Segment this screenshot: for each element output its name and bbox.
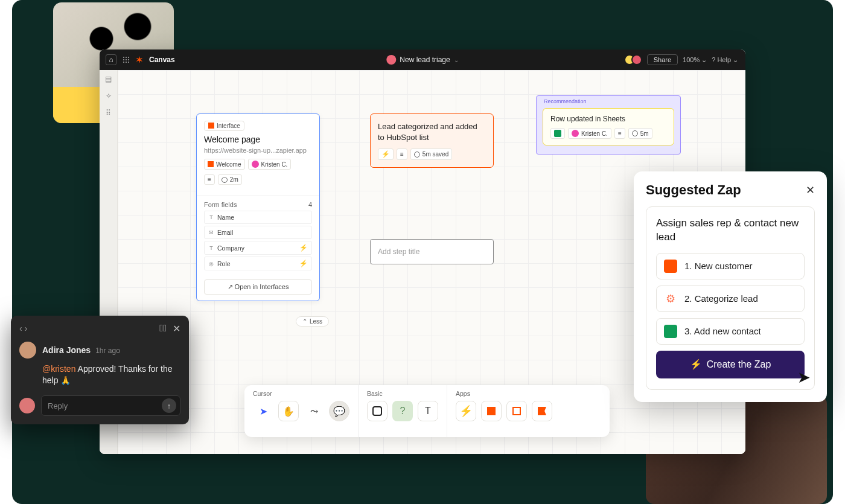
close-icon[interactable]: ✕ bbox=[806, 183, 815, 197]
interface-app-tool[interactable] bbox=[506, 401, 527, 421]
chevron-up-icon: ⌃ bbox=[302, 318, 307, 325]
sheets-icon bbox=[664, 325, 677, 338]
comment-body: @kristen Approved! Thanks for the help 🙏 bbox=[42, 363, 180, 387]
suggested-zap-panel: Suggested Zap ✕ Assign sales rep & conta… bbox=[634, 171, 827, 402]
node-title: Row updated in Sheets bbox=[550, 115, 666, 123]
form-field-row[interactable]: TCompany⚡ bbox=[204, 241, 312, 255]
zap-step-row[interactable]: 1. New customer bbox=[656, 253, 805, 279]
align-chip[interactable]: ≡ bbox=[204, 174, 215, 185]
document-title: New lead triage bbox=[400, 56, 450, 64]
next-comment-button[interactable]: › bbox=[25, 324, 28, 333]
current-user-avatar bbox=[19, 398, 35, 413]
bolt-icon: ⚡ bbox=[299, 260, 308, 267]
cursor-pointer-icon: ➤ bbox=[797, 368, 811, 387]
commenter-name: Adira Jones bbox=[42, 345, 91, 355]
form-field-row[interactable]: ✉Email bbox=[204, 226, 312, 239]
hubspot-icon: ⚙ bbox=[664, 292, 677, 305]
bolt-icon: ⚡ bbox=[690, 359, 702, 370]
send-reply-button[interactable]: ↑ bbox=[162, 398, 176, 413]
zapier-app-tool[interactable] bbox=[481, 401, 502, 421]
sheets-chip[interactable] bbox=[550, 128, 565, 139]
help-menu[interactable]: ?Help⌄ bbox=[712, 56, 738, 64]
owner-chip[interactable]: Kristen C. bbox=[568, 128, 611, 139]
close-icon[interactable]: ✕ bbox=[173, 323, 180, 334]
add-step-input[interactable]: Add step title bbox=[370, 239, 494, 264]
form-field-row[interactable]: ◎Role⚡ bbox=[204, 257, 312, 270]
share-button[interactable]: Share bbox=[647, 54, 678, 65]
time-saved-chip[interactable]: 5m saved bbox=[410, 148, 452, 160]
welcome-chip[interactable]: Welcome bbox=[204, 159, 245, 170]
interface-icon bbox=[664, 260, 677, 273]
suggested-zap-title: Assign sales rep & contact new lead bbox=[656, 217, 805, 244]
interface-badge: Interface bbox=[204, 121, 244, 131]
apps-grid-icon[interactable] bbox=[123, 56, 130, 63]
zapier-logo-icon: ✶ bbox=[136, 55, 143, 65]
mention[interactable]: @kristen bbox=[42, 364, 75, 374]
components-icon[interactable]: ⠿ bbox=[104, 109, 113, 117]
flag-app-tool[interactable] bbox=[532, 401, 552, 421]
comment-time: 1hr ago bbox=[95, 346, 120, 355]
comment-popover: ‹ › ✓⃝ ✕ Adira Jones1hr ago @kristen App… bbox=[11, 316, 189, 424]
document-title-picker[interactable]: New lead triage ⌄ bbox=[386, 55, 458, 65]
sheets-icon bbox=[554, 130, 561, 137]
zoom-control[interactable]: 100%⌄ bbox=[683, 56, 707, 64]
text-tool[interactable]: T bbox=[418, 401, 438, 421]
help-shape-tool[interactable]: ? bbox=[392, 401, 413, 421]
zap-step-row[interactable]: 3. Add new contact bbox=[656, 318, 805, 345]
hand-tool[interactable]: ✋ bbox=[278, 401, 299, 421]
owner-avatar-icon bbox=[386, 55, 396, 65]
toolbar-cursor-label: Cursor bbox=[253, 390, 349, 397]
form-fields-label: Form fields bbox=[204, 201, 237, 208]
lead-categorized-node[interactable]: Lead categorized and added to HubSpot li… bbox=[370, 113, 494, 168]
sheets-node[interactable]: Row updated in Sheets Kristen C. ≡ 5m bbox=[543, 108, 674, 145]
shape-tool[interactable] bbox=[367, 401, 387, 421]
suggested-zap-heading: Suggested Zap bbox=[646, 182, 741, 198]
owner-chip[interactable]: Kristen C. bbox=[248, 159, 292, 170]
select-cursor-tool[interactable]: ➤ bbox=[253, 401, 273, 421]
node-title: Welcome page bbox=[204, 135, 312, 144]
open-in-interfaces-button[interactable]: ↗ Open in Interfaces bbox=[204, 279, 312, 295]
connector-tool[interactable]: ⤳ bbox=[304, 401, 324, 421]
align-chip[interactable]: ≡ bbox=[397, 148, 407, 160]
collapse-less-button[interactable]: ⌃Less bbox=[296, 316, 329, 327]
app-name: Canvas bbox=[149, 56, 175, 64]
bolt-chip[interactable]: ⚡ bbox=[378, 148, 394, 160]
prev-comment-button[interactable]: ‹ bbox=[19, 324, 22, 333]
toolbar-apps-label: Apps bbox=[456, 390, 552, 397]
app-topbar: ⌂ ✶ Canvas New lead triage ⌄ Share 100%⌄… bbox=[100, 49, 745, 70]
create-zap-button[interactable]: ⚡ Create the Zap ➤ bbox=[656, 351, 805, 378]
sparkle-icon[interactable]: ✧ bbox=[104, 92, 113, 100]
align-chip[interactable]: ≡ bbox=[614, 128, 625, 139]
presence-avatars[interactable] bbox=[624, 54, 642, 65]
notebook-icon[interactable]: ▤ bbox=[104, 75, 113, 83]
time-chip[interactable]: 5m bbox=[628, 128, 652, 139]
canvas-toolbar: Cursor ➤ ✋ ⤳ 💬 Basic ? T Apps bbox=[244, 385, 610, 437]
zap-app-tool[interactable]: ⚡ bbox=[456, 401, 476, 421]
recommendation-container: Recommendation Row updated in Sheets Kri… bbox=[536, 95, 681, 155]
node-title: Lead categorized and added to HubSpot li… bbox=[378, 121, 486, 142]
toolbar-basic-label: Basic bbox=[367, 390, 438, 397]
recommendation-label: Recommendation bbox=[543, 96, 674, 108]
bolt-icon: ⚡ bbox=[299, 244, 308, 252]
comment-tool[interactable]: 💬 bbox=[329, 401, 349, 421]
commenter-avatar bbox=[19, 342, 36, 359]
zap-step-row[interactable]: ⚙ 2. Categorize lead bbox=[656, 285, 805, 312]
home-icon[interactable]: ⌂ bbox=[106, 54, 116, 65]
resolve-icon[interactable]: ✓⃝ bbox=[159, 323, 167, 334]
time-chip[interactable]: 2m bbox=[218, 174, 242, 185]
reply-input[interactable]: Reply ↑ bbox=[41, 395, 180, 416]
form-field-row[interactable]: TName bbox=[204, 211, 312, 224]
interface-node[interactable]: Interface Welcome page https://website-s… bbox=[196, 113, 320, 301]
node-url: https://website-sign-up...zapier.app bbox=[204, 147, 312, 154]
form-fields-count: 4 bbox=[308, 201, 312, 208]
chevron-down-icon: ⌄ bbox=[454, 57, 459, 63]
